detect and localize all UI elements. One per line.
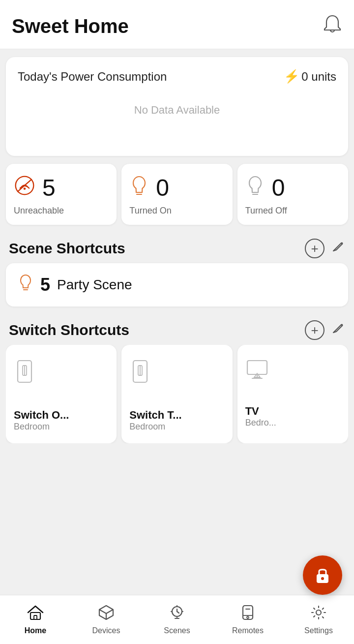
switch-item-0[interactable]: Switch O... Bedroom <box>6 345 117 443</box>
remotes-icon <box>239 605 256 624</box>
switch-list: Switch O... Bedroom Switch T... Bedroom <box>6 345 348 443</box>
svg-point-1 <box>24 187 26 190</box>
turned-off-icon <box>245 175 265 201</box>
svg-point-31 <box>316 610 321 615</box>
switch-info-0: Switch O... Bedroom <box>14 409 69 432</box>
switch-shortcuts-actions: + <box>305 320 345 340</box>
nav-label-remotes: Remotes <box>232 626 264 635</box>
nav-label-devices: Devices <box>92 626 120 635</box>
turned-off-label: Turned Off <box>245 206 340 216</box>
edit-scene-button[interactable] <box>331 240 345 257</box>
switch-location-1: Bedroom <box>129 422 181 432</box>
scene-item[interactable]: 5 Party Scene <box>6 263 348 307</box>
nav-item-devices[interactable]: Devices <box>71 599 142 641</box>
unreachable-icon <box>14 175 35 201</box>
scene-list: 5 Party Scene <box>6 263 348 307</box>
scene-shortcuts-title: Scene Shortcuts <box>9 240 125 257</box>
app-title: Sweet Home <box>12 15 129 37</box>
switch-device-icon-2 <box>245 359 269 385</box>
nav-item-scenes[interactable]: Scenes <box>142 599 212 641</box>
power-consumption-card: Today's Power Consumption ⚡ 0 units No D… <box>6 57 348 156</box>
switch-shortcuts-title: Switch Shortcuts <box>9 322 129 338</box>
power-title: Today's Power Consumption <box>18 70 167 84</box>
switch-location-2: Bedro... <box>245 418 276 428</box>
unreachable-card[interactable]: 5 Unreachable <box>6 164 117 225</box>
switch-name-0: Switch O... <box>14 409 69 422</box>
svg-rect-11 <box>247 361 267 374</box>
power-units: ⚡ 0 units <box>284 69 336 84</box>
settings-icon <box>310 605 327 624</box>
nav-label-settings: Settings <box>304 626 333 635</box>
scene-shortcuts-header: Scene Shortcuts + <box>0 233 354 263</box>
unreachable-card-top: 5 <box>14 175 109 201</box>
turned-on-card[interactable]: 0 Turned On <box>121 164 232 225</box>
svg-rect-27 <box>243 606 253 619</box>
scene-bulb-icon <box>18 274 33 296</box>
turned-on-card-top: 0 <box>129 175 224 201</box>
add-scene-button[interactable]: + <box>305 239 324 258</box>
power-header: Today's Power Consumption ⚡ 0 units <box>18 69 336 84</box>
devices-icon <box>98 605 115 624</box>
switch-item-2[interactable]: TV Bedro... <box>237 345 348 443</box>
turned-on-label: Turned On <box>129 206 224 216</box>
svg-rect-16 <box>30 613 40 619</box>
turned-off-count: 0 <box>272 176 285 200</box>
scene-shortcuts-actions: + <box>305 239 345 258</box>
nav-item-remotes[interactable]: Remotes <box>212 599 283 641</box>
switch-location-0: Bedroom <box>14 422 69 432</box>
switch-shortcuts-header: Switch Shortcuts + <box>0 314 354 345</box>
svg-point-15 <box>321 577 324 580</box>
add-switch-button[interactable]: + <box>305 320 324 340</box>
bolt-icon: ⚡ <box>284 69 299 84</box>
fab-lock-button[interactable] <box>303 555 342 595</box>
svg-line-25 <box>177 612 179 613</box>
scene-name: Party Scene <box>57 277 132 293</box>
switch-info-2: TV Bedro... <box>245 405 276 428</box>
bottom-nav: Home Devices Scenes <box>0 595 354 644</box>
svg-point-30 <box>247 616 249 618</box>
switch-name-1: Switch T... <box>129 409 181 422</box>
switch-name-2: TV <box>245 405 276 418</box>
svg-rect-17 <box>34 615 37 619</box>
switch-device-icon-1 <box>129 359 151 389</box>
turned-off-card[interactable]: 0 Turned Off <box>237 164 348 225</box>
scene-count: 5 <box>40 275 50 295</box>
status-row: 5 Unreachable 0 Turned On 0 <box>6 164 348 225</box>
nav-label-scenes: Scenes <box>164 626 190 635</box>
unreachable-label: Unreachable <box>14 206 109 216</box>
nav-label-home: Home <box>25 626 46 635</box>
scenes-icon <box>169 605 185 624</box>
notification-bell-icon[interactable] <box>323 14 342 39</box>
app-header: Sweet Home <box>0 0 354 49</box>
turned-on-count: 0 <box>156 176 169 200</box>
home-icon <box>27 605 44 624</box>
switch-info-1: Switch T... Bedroom <box>129 409 181 432</box>
turned-on-icon <box>129 175 149 201</box>
switch-device-icon-0 <box>14 359 35 389</box>
turned-off-card-top: 0 <box>245 175 340 201</box>
edit-switch-button[interactable] <box>331 322 345 339</box>
nav-item-settings[interactable]: Settings <box>283 599 354 641</box>
no-data-label: No Data Available <box>18 104 336 117</box>
unreachable-count: 5 <box>42 176 56 200</box>
power-units-value: 0 units <box>301 70 336 84</box>
switch-item-1[interactable]: Switch T... Bedroom <box>121 345 232 443</box>
nav-item-home[interactable]: Home <box>0 599 71 641</box>
